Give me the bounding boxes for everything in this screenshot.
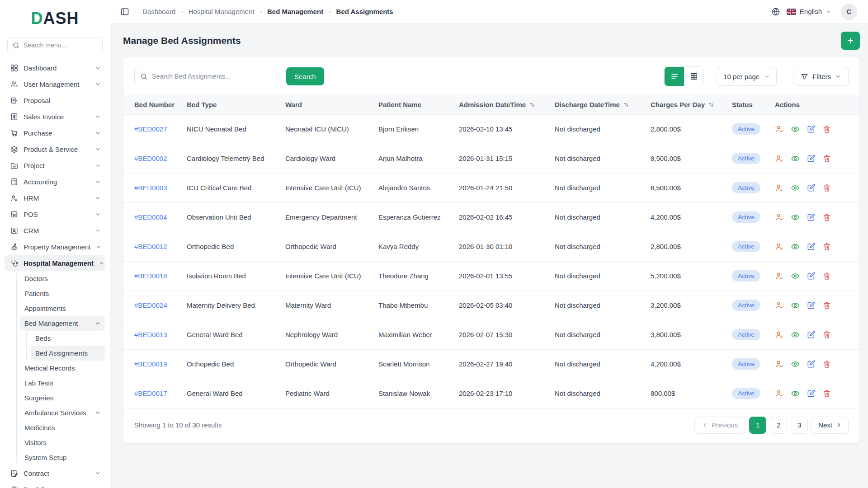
edit-button[interactable] xyxy=(807,154,816,163)
column-header-admission-datetime[interactable]: Admission DateTime xyxy=(454,95,550,114)
edit-button[interactable] xyxy=(807,272,816,281)
assign-user-button[interactable] xyxy=(775,360,784,369)
sidebar-subitem-doctors[interactable]: Doctors xyxy=(20,271,105,286)
column-header-charges-per-day[interactable]: Charges Per Day xyxy=(646,95,727,114)
page-button-3[interactable]: 3 xyxy=(791,417,808,434)
add-button[interactable] xyxy=(841,32,860,50)
bed-number-link[interactable]: #BED0004 xyxy=(134,213,167,221)
bed-number-link[interactable]: #BED0002 xyxy=(134,155,167,162)
globe-icon[interactable] xyxy=(771,7,780,16)
breadcrumb-item-bed-assignments[interactable]: Bed Assignments xyxy=(336,8,393,15)
sidebar-item-hrm[interactable]: HRM xyxy=(5,190,105,206)
delete-button[interactable] xyxy=(822,183,831,192)
breadcrumb-item-hospital-management[interactable]: Hospital Management xyxy=(189,8,255,15)
delete-button[interactable] xyxy=(822,125,831,134)
assign-user-button[interactable] xyxy=(775,330,784,339)
sidebar-subitem-bed-management[interactable]: Bed Management xyxy=(20,316,105,331)
assign-user-button[interactable] xyxy=(775,242,784,251)
search-button[interactable]: Search xyxy=(286,67,324,85)
list-view-button[interactable] xyxy=(665,67,684,86)
delete-button[interactable] xyxy=(822,154,831,163)
sidebar-subitem-visitors[interactable]: Visitors xyxy=(20,435,105,450)
edit-button[interactable] xyxy=(807,360,816,369)
delete-button[interactable] xyxy=(822,242,831,251)
breadcrumb-item-dashboard[interactable]: Dashboard xyxy=(142,8,175,15)
sidebar-item-portfolio[interactable]: Portfolio xyxy=(5,481,105,488)
sidebar-item-property-management[interactable]: Property Management xyxy=(5,239,105,255)
page-button-2[interactable]: 2 xyxy=(770,417,787,434)
sidebar-item-hospital-management[interactable]: Hospital Management xyxy=(5,255,105,271)
assign-user-button[interactable] xyxy=(775,183,784,192)
bed-number-link[interactable]: #BED0017 xyxy=(134,389,167,397)
sidebar-item-product-service[interactable]: Product & Service xyxy=(5,141,105,157)
view-button[interactable] xyxy=(791,125,800,134)
delete-button[interactable] xyxy=(822,360,831,369)
edit-button[interactable] xyxy=(807,213,816,222)
view-button[interactable] xyxy=(791,272,800,281)
bed-number-link[interactable]: #BED0012 xyxy=(134,243,167,250)
sidebar-item-crm[interactable]: CRM xyxy=(5,222,105,239)
per-page-select[interactable]: 10 per page xyxy=(717,67,777,86)
delete-button[interactable] xyxy=(822,301,831,310)
edit-button[interactable] xyxy=(807,330,816,339)
assign-user-button[interactable] xyxy=(775,213,784,222)
assign-user-button[interactable] xyxy=(775,125,784,134)
sidebar-item-user-management[interactable]: User Management xyxy=(5,76,105,92)
sidebar-subitem-system-setup[interactable]: System Setup xyxy=(20,450,105,465)
assign-user-button[interactable] xyxy=(775,389,784,398)
delete-button[interactable] xyxy=(822,213,831,222)
assign-user-button[interactable] xyxy=(775,301,784,310)
edit-button[interactable] xyxy=(807,301,816,310)
view-button[interactable] xyxy=(791,389,800,398)
view-button[interactable] xyxy=(791,154,800,163)
sidebar-item-purchase[interactable]: Purchase xyxy=(5,125,105,141)
sidebar-search-input[interactable] xyxy=(24,42,105,49)
avatar[interactable]: C xyxy=(841,4,857,20)
view-button[interactable] xyxy=(791,213,800,222)
delete-button[interactable] xyxy=(822,272,831,281)
filters-button[interactable]: Filters xyxy=(793,67,849,86)
view-button[interactable] xyxy=(791,301,800,310)
assign-user-button[interactable] xyxy=(775,154,784,163)
sidebar-item-dashboard[interactable]: Dashboard xyxy=(5,60,105,76)
sidebar-subitem-ambulance-services[interactable]: Ambulance Services xyxy=(20,405,105,420)
sidebar-subitem-patients[interactable]: Patients xyxy=(20,286,105,301)
delete-button[interactable] xyxy=(822,389,831,398)
edit-button[interactable] xyxy=(807,389,816,398)
sidebar-item-pos[interactable]: POS xyxy=(5,206,105,222)
edit-button[interactable] xyxy=(807,183,816,192)
sidebar-subitem-surgeries[interactable]: Surgeries xyxy=(20,390,105,405)
view-button[interactable] xyxy=(791,330,800,339)
view-button[interactable] xyxy=(791,360,800,369)
bed-number-link[interactable]: #BED0013 xyxy=(134,331,167,338)
sidebar-subitem-bed-assignments[interactable]: Bed Assignments xyxy=(31,346,105,361)
breadcrumb-item-bed-management[interactable]: Bed Management xyxy=(267,8,323,15)
page-button-1[interactable]: 1 xyxy=(749,417,766,434)
view-button[interactable] xyxy=(791,183,800,192)
bed-number-link[interactable]: #BED0018 xyxy=(134,272,167,280)
edit-button[interactable] xyxy=(807,125,816,134)
sidebar-item-proposal[interactable]: Proposal xyxy=(5,92,105,108)
bed-number-link[interactable]: #BED0027 xyxy=(134,125,167,133)
delete-button[interactable] xyxy=(822,330,831,339)
language-selector[interactable]: English xyxy=(787,8,831,15)
sidebar-item-project[interactable]: Project xyxy=(5,157,105,174)
view-button[interactable] xyxy=(791,242,800,251)
table-search-input[interactable] xyxy=(152,73,272,80)
bed-number-link[interactable]: #BED0024 xyxy=(134,301,167,309)
sidebar-subitem-appointments[interactable]: Appointments xyxy=(20,301,105,316)
sidebar-subitem-medical-records[interactable]: Medical Records xyxy=(20,361,105,375)
sidebar-subitem-lab-tests[interactable]: Lab Tests xyxy=(20,375,105,390)
grid-view-button[interactable] xyxy=(684,67,703,86)
bed-number-link[interactable]: #BED0003 xyxy=(134,184,167,192)
sidebar-subitem-beds[interactable]: Beds xyxy=(31,331,105,346)
column-header-discharge-datetime[interactable]: Discharge DateTime xyxy=(550,95,646,114)
next-page-button[interactable]: Next xyxy=(811,417,849,434)
assign-user-button[interactable] xyxy=(775,272,784,281)
bed-number-link[interactable]: #BED0019 xyxy=(134,360,167,368)
previous-page-button[interactable]: Previous xyxy=(694,417,745,434)
sidebar-item-sales-invoice[interactable]: Sales Invoice xyxy=(5,108,105,125)
sidebar-item-contract[interactable]: Contract xyxy=(5,465,105,481)
sidebar-toggle-icon[interactable] xyxy=(120,7,129,16)
sidebar-item-accounting[interactable]: Accounting xyxy=(5,174,105,190)
